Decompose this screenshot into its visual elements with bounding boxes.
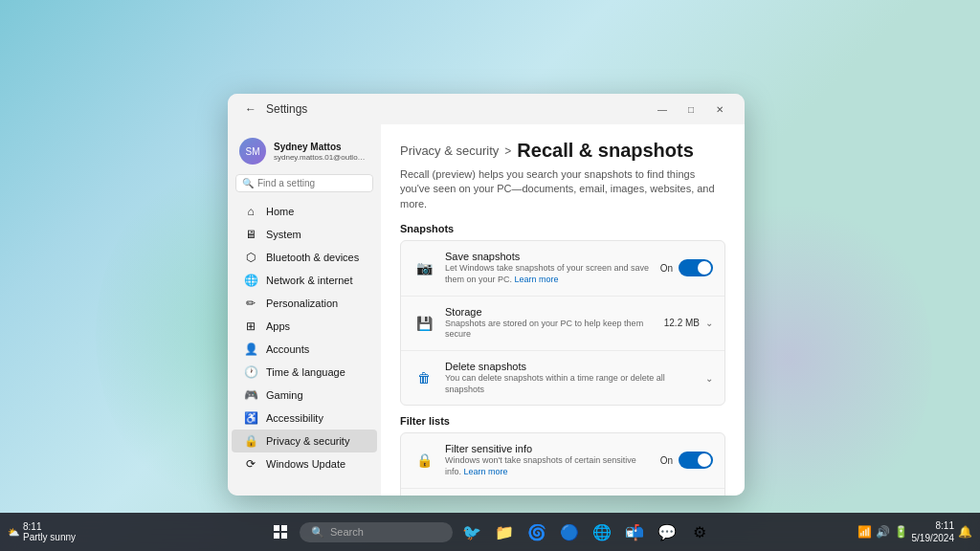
sidebar-item-apps[interactable]: ⊞ Apps	[232, 315, 377, 338]
taskbar-speaker-icon[interactable]: 🔊	[876, 525, 890, 539]
sidebar-item-privacy-label: Privacy & security	[266, 435, 349, 447]
system-icon: 🖥	[243, 228, 258, 241]
delete-snapshots-desc: You can delete snapshots within a time r…	[445, 373, 696, 395]
sidebar-item-accounts[interactable]: 👤 Accounts	[232, 338, 377, 361]
sidebar-item-personalization[interactable]: ✏ Personalization	[232, 292, 377, 315]
svg-rect-0	[274, 525, 279, 531]
window-body: SM Sydney Mattos sydney.mattos.01@outloo…	[228, 124, 745, 496]
save-snapshots-desc: Let Windows take snapshots of your scree…	[445, 263, 651, 285]
sidebar-item-system[interactable]: 🖥 System	[232, 223, 377, 246]
storage-size: 12.2 MB	[664, 318, 700, 328]
delete-snapshots-chevron-icon[interactable]: ⌄	[705, 373, 713, 384]
window-title: Settings	[266, 102, 649, 116]
accessibility-icon: ♿	[243, 411, 258, 425]
sidebar-item-home[interactable]: ⌂ Home	[232, 200, 377, 223]
storage-control: 12.2 MB ⌄	[664, 318, 713, 328]
apps-icon: ⊞	[243, 320, 258, 333]
sidebar-item-accessibility-label: Accessibility	[266, 412, 323, 424]
taskbar-notification-icon[interactable]: 🔔	[958, 525, 972, 539]
taskbar-search[interactable]: 🔍 Search	[300, 522, 453, 542]
user-info: Sydney Mattos sydney.mattos.01@outlook.c…	[274, 141, 369, 162]
delete-icon: 🗑	[412, 366, 435, 389]
sidebar-item-personalization-label: Personalization	[266, 298, 338, 309]
save-snapshots-text: Save snapshots Let Windows take snapshot…	[445, 251, 651, 285]
update-icon: ⟳	[243, 457, 258, 471]
sidebar-item-gaming[interactable]: 🎮 Gaming	[232, 384, 377, 407]
breadcrumb-parent[interactable]: Privacy & security	[400, 143, 499, 158]
taskbar-app-5[interactable]: 🌐	[589, 518, 615, 545]
taskbar-center: 🔍 Search 🐦 📁 🌀 🔵 🌐 📬 💬 ⚙	[267, 518, 713, 545]
taskbar-app-6[interactable]: 📬	[621, 518, 648, 545]
filter-lists-section-header: Filter lists	[400, 415, 725, 427]
save-snapshots-row: 📷 Save snapshots Let Windows take snapsh…	[401, 241, 724, 296]
filter-sensitive-toggle[interactable]	[679, 452, 713, 469]
taskbar-clock[interactable]: 8:11 5/19/2024	[912, 519, 955, 544]
title-bar: ← Settings — □ ✕	[228, 94, 745, 124]
sidebar-item-accessibility[interactable]: ♿ Accessibility	[232, 407, 377, 430]
filter-sensitive-toggle-label: On	[660, 455, 673, 466]
sidebar: SM Sydney Mattos sydney.mattos.01@outloo…	[228, 124, 381, 496]
filter-sensitive-text: Filter sensitive info Windows won't take…	[445, 443, 651, 477]
save-snapshots-toggle[interactable]	[679, 259, 713, 276]
taskbar-battery-icon[interactable]: 🔋	[894, 525, 908, 539]
sidebar-item-home-label: Home	[266, 206, 294, 217]
back-button[interactable]: ←	[239, 98, 262, 121]
save-snapshots-title: Save snapshots	[445, 251, 651, 262]
taskbar-app-7[interactable]: 💬	[654, 518, 680, 545]
svg-rect-2	[274, 533, 279, 539]
storage-chevron-icon[interactable]: ⌄	[705, 318, 713, 328]
maximize-button[interactable]: □	[678, 99, 704, 119]
taskbar-app-2[interactable]: 📁	[491, 518, 518, 545]
delete-snapshots-control: ⌄	[705, 373, 713, 384]
svg-rect-1	[281, 525, 287, 531]
filter-sensitive-desc: Windows won't take snapshots of certain …	[445, 455, 651, 477]
sidebar-item-windows-update[interactable]: ⟳ Windows Update	[232, 452, 377, 475]
avatar: SM	[239, 138, 266, 165]
sidebar-item-gaming-label: Gaming	[266, 389, 303, 401]
sensitive-filter-icon: 🔒	[412, 449, 435, 472]
storage-text: Storage Snapshots are stored on your PC …	[445, 306, 655, 341]
taskbar-app-8[interactable]: ⚙	[686, 518, 713, 545]
storage-icon: 💾	[412, 312, 435, 335]
taskbar: ⛅ 8:11 Partly sunny 🔍 Search 🐦 📁 🌀 🔵 🌐 📬…	[0, 513, 980, 551]
sidebar-item-bluetooth-label: Bluetooth & devices	[266, 252, 359, 263]
sidebar-item-time[interactable]: 🕐 Time & language	[232, 361, 377, 384]
taskbar-search-icon: 🔍	[311, 526, 324, 539]
taskbar-app-4[interactable]: 🔵	[556, 518, 583, 545]
taskbar-right: 📶 🔊 🔋 8:11 5/19/2024 🔔	[858, 519, 973, 544]
search-input[interactable]	[257, 178, 367, 188]
taskbar-weather-text: 8:11 Partly sunny	[23, 521, 76, 542]
save-snapshots-link[interactable]: Learn more	[515, 275, 559, 284]
snapshots-section-header: Snapshots	[400, 223, 725, 234]
sidebar-item-network-label: Network & internet	[266, 275, 352, 286]
sidebar-item-bluetooth[interactable]: ⬡ Bluetooth & devices	[232, 246, 377, 269]
filter-sensitive-link[interactable]: Learn more	[464, 467, 508, 476]
minimize-button[interactable]: —	[649, 99, 676, 119]
network-icon: 🌐	[243, 274, 258, 287]
user-profile[interactable]: SM Sydney Mattos sydney.mattos.01@outloo…	[228, 132, 381, 174]
storage-row[interactable]: 💾 Storage Snapshots are stored on your P…	[401, 297, 724, 351]
sidebar-item-privacy[interactable]: 🔒 Privacy & security	[232, 430, 377, 452]
page-description: Recall (preview) helps you search your s…	[400, 167, 725, 211]
taskbar-weather-icon: ⛅	[8, 527, 19, 538]
toggle-thumb-2	[698, 453, 711, 467]
start-button[interactable]	[267, 518, 294, 545]
filter-sensitive-title: Filter sensitive info	[445, 443, 651, 454]
bluetooth-icon: ⬡	[243, 251, 258, 264]
taskbar-app-1[interactable]: 🐦	[458, 518, 485, 545]
taskbar-app-3[interactable]: 🌀	[523, 518, 550, 545]
home-icon: ⌂	[243, 205, 258, 218]
taskbar-search-label: Search	[330, 526, 364, 538]
sidebar-item-network[interactable]: 🌐 Network & internet	[232, 269, 377, 292]
storage-title: Storage	[445, 306, 655, 318]
main-content: Privacy & security > Recall & snapshots …	[381, 124, 745, 496]
close-button[interactable]: ✕	[706, 99, 733, 119]
breadcrumb-current: Recall & snapshots	[517, 140, 694, 162]
settings-search-box[interactable]: 🔍	[235, 174, 373, 192]
taskbar-clock-time: 8:11	[912, 519, 955, 532]
storage-desc: Snapshots are stored on your PC to help …	[445, 319, 655, 341]
sidebar-item-accounts-label: Accounts	[266, 343, 309, 355]
delete-snapshots-row[interactable]: 🗑 Delete snapshots You can delete snapsh…	[401, 351, 724, 405]
taskbar-wifi-icon[interactable]: 📶	[858, 525, 872, 539]
save-snapshots-toggle-label: On	[660, 263, 673, 274]
